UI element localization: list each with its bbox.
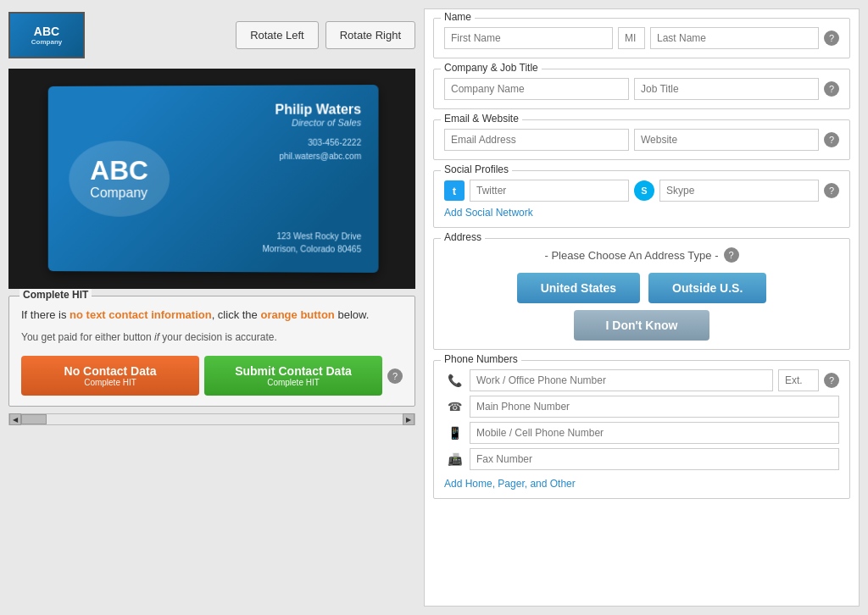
card-logo: ABC Company	[64, 136, 174, 221]
complete-hit-section: Complete HIT If there is no text contact…	[8, 296, 415, 407]
name-row: ?	[444, 27, 839, 49]
rotate-buttons: Rotate Left Rotate Right	[236, 21, 415, 49]
company-help-icon[interactable]: ?	[824, 81, 839, 97]
fax-input[interactable]	[470, 448, 839, 470]
submit-contact-sublabel: Complete HIT	[221, 378, 365, 387]
scroll-track	[21, 414, 403, 424]
social-section-label: Social Profiles	[441, 163, 512, 175]
job-title-input[interactable]	[634, 78, 819, 100]
company-section-label: Company & Job Title	[441, 62, 542, 74]
email-input[interactable]	[444, 129, 629, 151]
hit-instruction: If there is no text contact information,…	[21, 307, 403, 324]
email-section: Email & Website ?	[433, 119, 850, 160]
phone-section: Phone Numbers 📞 ? ☎ 📱 📠 Add Home, Pager,…	[433, 360, 850, 499]
phone-help-icon[interactable]: ?	[824, 373, 839, 388]
mi-input[interactable]	[618, 27, 645, 49]
name-section: Name ?	[433, 18, 850, 58]
card-person-name: Philip Waters	[275, 102, 361, 117]
work-phone-row: 📞 ?	[444, 369, 839, 391]
card-email: phil.waters@abc.com	[275, 150, 361, 163]
card-image: ABC Company Philip Waters Director of Sa…	[8, 69, 415, 289]
scroll-thumb[interactable]	[21, 414, 47, 424]
card-person-title: Director of Sales	[275, 117, 361, 127]
skype-icon: S	[634, 180, 654, 201]
rotate-right-button[interactable]: Rotate Right	[326, 21, 415, 49]
social-row: t S ?	[444, 180, 839, 202]
name-section-label: Name	[441, 11, 475, 23]
outside-us-button[interactable]: Outside U.S.	[648, 273, 766, 303]
email-help-icon[interactable]: ?	[824, 132, 839, 147]
company-section: Company & Job Title ?	[433, 69, 850, 109]
orange-btn-highlight: orange button	[260, 308, 334, 321]
work-phone-icon: 📞	[444, 370, 465, 391]
fax-icon: 📠	[444, 449, 465, 469]
mobile-phone-icon: 📱	[444, 423, 465, 443]
united-states-button[interactable]: United States	[517, 273, 640, 303]
main-phone-row: ☎	[444, 396, 839, 418]
twitter-input[interactable]	[470, 180, 629, 202]
submit-contact-button[interactable]: Submit Contact Data Complete HIT	[204, 356, 382, 396]
no-contact-button[interactable]: No Contact Data Complete HIT	[21, 356, 199, 396]
help-icon[interactable]: ?	[387, 368, 403, 384]
main-phone-input[interactable]	[470, 396, 839, 418]
hit-buttons: No Contact Data Complete HIT Submit Cont…	[21, 356, 403, 396]
scroll-left-arrow[interactable]: ◀	[9, 413, 21, 425]
left-panel: ABC Company Rotate Left Rotate Right ABC…	[8, 8, 415, 607]
address-type-buttons: United States Outside U.S.	[444, 273, 839, 303]
card-company-abbr: ABC	[90, 157, 148, 184]
card-address2: Morrison, Colorado 80465	[262, 242, 361, 255]
address-section-label: Address	[441, 231, 485, 243]
mobile-phone-input[interactable]	[470, 422, 839, 444]
no-contact-sublabel: Complete HIT	[38, 378, 182, 387]
no-text-highlight: no text contact information	[70, 308, 212, 321]
card-company-name: Company	[90, 186, 148, 201]
business-card: ABC Company Philip Waters Director of Sa…	[48, 85, 379, 273]
add-social-link[interactable]: Add Social Network	[444, 207, 533, 219]
rotate-left-button[interactable]: Rotate Left	[236, 21, 319, 49]
no-contact-label: No Contact Data	[38, 364, 182, 378]
hit-note: You get paid for either button if your d…	[21, 330, 403, 345]
phone-section-label: Phone Numbers	[441, 353, 521, 365]
card-address1: 123 West Rocky Drive	[262, 230, 361, 242]
address-choose-prompt: - Please Choose An Address Type - ?	[444, 247, 839, 263]
first-name-input[interactable]	[444, 27, 613, 49]
dont-know-button[interactable]: I Don't Know	[574, 310, 709, 341]
twitter-icon: t	[444, 180, 465, 201]
social-help-icon[interactable]: ?	[824, 183, 839, 198]
card-thumbnail: ABC Company	[8, 12, 85, 58]
fax-row: 📠	[444, 448, 839, 470]
add-phone-link[interactable]: Add Home, Pager, and Other	[444, 478, 576, 490]
scroll-right-arrow[interactable]: ▶	[403, 413, 415, 425]
company-row: ?	[444, 78, 839, 100]
top-controls: ABC Company Rotate Left Rotate Right	[8, 8, 415, 62]
main-phone-icon: ☎	[444, 396, 465, 417]
mobile-phone-row: 📱	[444, 422, 839, 444]
right-panel: Name ? Company & Job Title ? Email & Web…	[424, 8, 860, 607]
ext-input[interactable]	[778, 369, 819, 391]
address-section: Address - Please Choose An Address Type …	[433, 238, 850, 350]
name-help-icon[interactable]: ?	[824, 30, 839, 46]
complete-hit-label: Complete HIT	[19, 289, 92, 301]
submit-contact-label: Submit Contact Data	[221, 364, 365, 378]
website-input[interactable]	[634, 129, 819, 151]
card-address: 123 West Rocky Drive Morrison, Colorado …	[262, 230, 361, 256]
address-help-icon[interactable]: ?	[724, 247, 739, 263]
email-row: ?	[444, 129, 839, 151]
company-name-input[interactable]	[444, 78, 629, 100]
horizontal-scrollbar[interactable]: ◀ ▶	[8, 413, 415, 425]
last-name-input[interactable]	[650, 27, 819, 49]
skype-input[interactable]	[659, 180, 819, 202]
card-phone: 303-456-2222	[275, 136, 361, 150]
email-section-label: Email & Website	[441, 113, 522, 125]
work-phone-input[interactable]	[470, 369, 773, 391]
social-section: Social Profiles t S ? Add Social Network	[433, 170, 850, 228]
card-contact-info: Philip Waters Director of Sales 303-456-…	[275, 102, 361, 163]
